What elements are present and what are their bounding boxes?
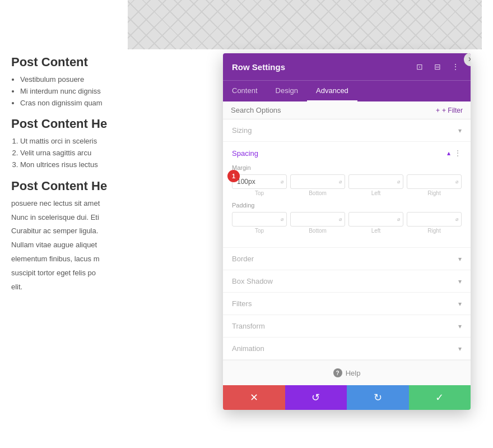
margin-left-field: ⌀	[348, 174, 403, 189]
para-5: elementum finibus, lacus m	[11, 253, 218, 265]
padding-top-input[interactable]	[232, 212, 287, 227]
para-6: suscipit tortor eget felis po	[11, 267, 218, 279]
section-animation-title: Animation	[232, 344, 264, 353]
search-input[interactable]	[231, 106, 436, 114]
save-button[interactable]: ✓	[409, 385, 471, 410]
padding-bottom-input[interactable]	[290, 212, 345, 227]
reset-button[interactable]: ↺	[285, 385, 347, 410]
chevron-down-icon: ▾	[458, 300, 462, 308]
hero-pattern	[128, 0, 482, 49]
tab-design[interactable]: Design	[267, 81, 307, 101]
margin-right-field: ⌀	[407, 174, 462, 189]
margin-sublabels: Top Bottom Left Right	[232, 190, 462, 196]
chevron-down-icon: ▾	[458, 255, 462, 263]
post-bullets: Vestibulum posuere Mi interdum nunc dign…	[11, 74, 218, 109]
link-icon: ⌀	[281, 179, 283, 184]
modal-header-icons: ⊡ ⊟ ⋮	[413, 61, 462, 73]
row-settings-modal: Row Settings ⊡ ⊟ ⋮ Content Design Advanc…	[223, 53, 471, 410]
padding-right-input[interactable]	[407, 212, 462, 227]
cancel-button[interactable]: ✕	[223, 385, 285, 410]
chevron-down-icon: ▾	[458, 278, 462, 285]
margin-left-input[interactable]	[348, 174, 403, 189]
tab-advanced[interactable]: Advanced	[307, 81, 357, 101]
modal-tabs: Content Design Advanced	[223, 80, 471, 101]
section-filters-title: Filters	[232, 299, 252, 308]
margin-right-input[interactable]	[407, 174, 462, 189]
section-spacing-title: Spacing	[232, 149, 258, 158]
filter-label: + Filter	[442, 107, 463, 114]
section-box-shadow: Box Shadow ▾	[223, 270, 471, 293]
post-heading-1: Post Content	[11, 55, 218, 70]
ordered-2: Velit urna sagittis arcu	[20, 147, 218, 159]
para-7: elit.	[11, 281, 218, 293]
section-box-shadow-header[interactable]: Box Shadow ▾	[223, 270, 471, 292]
padding-right-label: Right	[407, 228, 462, 234]
padding-top-field: ⌀	[232, 212, 287, 227]
section-animation-header[interactable]: Animation ▾	[223, 338, 471, 359]
margin-bottom-input[interactable]	[290, 174, 345, 189]
padding-bottom-label: Bottom	[290, 228, 345, 234]
link-icon: ⌀	[339, 179, 342, 184]
modal-title: Row Settings	[232, 62, 285, 72]
spacing-more-icon[interactable]: ⋮	[454, 149, 462, 158]
section-box-shadow-title: Box Shadow	[232, 277, 273, 285]
padding-left-label: Left	[348, 228, 403, 234]
margin-top-label: Top	[232, 190, 287, 196]
margin-top-field: ⌀	[232, 174, 287, 189]
link-icon: ⌀	[455, 179, 458, 184]
section-spacing: Spacing ▴ ⋮ Margin 1 ⌀	[223, 142, 471, 248]
padding-label: Padding	[232, 202, 462, 209]
section-spacing-header[interactable]: Spacing ▴ ⋮	[223, 142, 471, 164]
para-2: Nunc in scelerisque dui. Eti	[11, 212, 218, 224]
redo-button[interactable]: ↻	[347, 385, 409, 410]
filter-icon: +	[436, 107, 440, 114]
padding-right-field: ⌀	[407, 212, 462, 227]
margin-label: Margin	[232, 164, 462, 171]
chevron-down-icon: ▾	[458, 322, 462, 330]
tab-content[interactable]: Content	[223, 81, 267, 101]
spacing-content: Margin 1 ⌀ ⌀ ⌀	[223, 164, 471, 247]
link-icon: ⌀	[281, 216, 283, 222]
chevron-down-icon: ▾	[458, 127, 462, 135]
more-icon[interactable]: ⋮	[449, 61, 462, 73]
link-icon: ⌀	[339, 216, 342, 222]
section-sizing-header[interactable]: Sizing ▾	[223, 119, 471, 141]
margin-left-label: Left	[348, 190, 403, 196]
section-transform: Transform ▾	[223, 315, 471, 338]
filter-button[interactable]: + + Filter	[436, 107, 463, 114]
tooltip-badge: 1	[227, 170, 240, 182]
ordered-3: Mon ultrices risus lectus	[20, 159, 218, 171]
para-3: Curabitur ac semper ligula.	[11, 225, 218, 237]
section-border-header[interactable]: Border ▾	[223, 248, 471, 270]
margin-fields: 1 ⌀ ⌀ ⌀	[232, 174, 462, 189]
modal-header: Row Settings ⊡ ⊟ ⋮	[223, 53, 471, 80]
expand-icon[interactable]: ⊡	[413, 61, 426, 73]
padding-top-label: Top	[232, 228, 287, 234]
section-sizing-title: Sizing	[232, 126, 252, 135]
link-icon: ⌀	[397, 179, 400, 184]
section-sizing: Sizing ▾	[223, 119, 471, 142]
bullet-3: Cras non dignissim quam	[20, 98, 218, 109]
padding-left-input[interactable]	[348, 212, 403, 227]
padding-bottom-field: ⌀	[290, 212, 345, 227]
bullet-2: Mi interdum nunc digniss	[20, 86, 218, 98]
section-transform-title: Transform	[232, 322, 265, 330]
columns-icon[interactable]: ⊟	[431, 61, 444, 73]
section-filters: Filters ▾	[223, 293, 471, 315]
para-1: posuere nec lectus sit amet	[11, 198, 218, 210]
margin-top-input[interactable]	[232, 174, 287, 189]
margin-bottom-field: ⌀	[290, 174, 345, 189]
link-icon: ⌀	[397, 216, 400, 222]
margin-right-label: Right	[407, 190, 462, 196]
help-icon: ?	[333, 368, 342, 377]
modal-help: ? Help	[223, 360, 471, 385]
section-filters-header[interactable]: Filters ▾	[223, 293, 471, 315]
section-spacing-options: ▴ ⋮	[447, 149, 462, 158]
post-heading-3: Post Content He	[11, 179, 218, 193]
chevron-up-icon: ▴	[447, 149, 450, 157]
modal-body: + + Filter Sizing ▾ Spacing ▴ ⋮	[223, 101, 471, 385]
chevron-down-icon: ▾	[458, 345, 462, 353]
section-transform-header[interactable]: Transform ▾	[223, 315, 471, 337]
search-bar: + + Filter	[223, 101, 471, 119]
margin-bottom-label: Bottom	[290, 190, 345, 196]
